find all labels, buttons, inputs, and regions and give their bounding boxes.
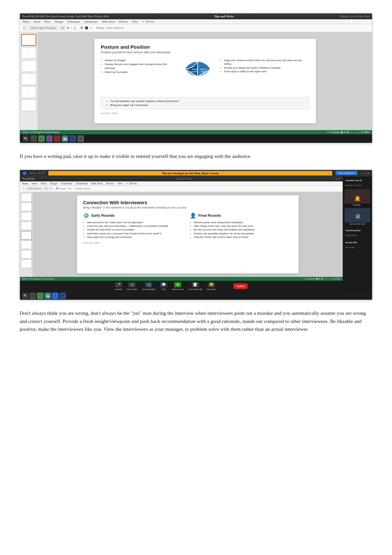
zoom-menu-design[interactable]: Design <box>50 182 57 185</box>
zoom-toolbar-font[interactable]: Calibri (Body) <box>26 187 42 190</box>
slide-thumb-1[interactable]: 1 <box>21 34 36 46</box>
zoom-taskbar-calendar[interactable]: 📅 <box>44 293 51 299</box>
taskbar-finder[interactable]: 🔍 <box>23 135 29 142</box>
zoom-app-icon: ⬤ <box>23 171 26 175</box>
zoom-toolbar-italic[interactable]: I <box>53 187 53 190</box>
zoom-toolbar-paste[interactable]: 📋 <box>22 187 25 190</box>
zoom-thumb-5[interactable]: 5 <box>21 231 32 240</box>
eye-bullet-2: Bring your paper up if necessary <box>110 103 305 107</box>
screenshot-zoom-1: ⬤ ⬅ ➡ ○ ⬛ ⬛ You are viewing Luo Jun Xian… <box>20 170 372 300</box>
svg-text:Sitting: Sitting <box>192 68 198 70</box>
zoom-taskbar-chrome[interactable]: G <box>37 293 43 299</box>
early-bullet-3: Include the interviewer as much as possi… <box>87 228 186 231</box>
zoom-toolbar-bold[interactable]: B <box>50 187 51 190</box>
toolbar-picture[interactable]: 🖼 <box>80 26 83 29</box>
zoom-toolbar-arrange[interactable]: Arrange <box>75 187 82 190</box>
menu-animations[interactable]: Animations <box>84 20 98 23</box>
slide-thumb-4[interactable]: 4 <box>21 73 36 85</box>
zoom-statusbar-controls: ≡ Comments ▦ ⊟ ⊠ ··· ——— ● 100% <box>303 278 341 280</box>
zoom-participants-sidebar: Jonathan Tan Qi Jonathan Tan Qi Yun 🙍 Ra… <box>343 177 372 292</box>
chat-button[interactable]: 💬 Chat <box>160 282 167 291</box>
zoom-taskbar-launchpad[interactable]: ⬛ <box>29 293 36 299</box>
taskbar-chrome[interactable]: G <box>38 135 45 142</box>
zoom-thumb-4[interactable]: 4 <box>21 222 32 230</box>
zoom-thumb-6[interactable]: 6 <box>21 241 32 249</box>
zoom-taskbar-zoom[interactable]: Z <box>52 293 58 299</box>
zoom-thumb-2[interactable]: 2 <box>21 203 32 211</box>
start-video-button[interactable]: 📹 Start Video <box>127 282 138 291</box>
leave-button[interactable]: Leave <box>234 283 248 289</box>
menu-tellme[interactable]: ✓ Tell me <box>142 20 154 23</box>
zoom-menu-review[interactable]: Review <box>106 182 114 185</box>
toolbar-italic[interactable]: I <box>71 26 72 29</box>
live-transcript-button[interactable]: 📝 Live Transcript <box>188 282 203 291</box>
zoom-toolbar-text[interactable]: Text <box>68 187 72 190</box>
zoom-ppt-titlebar: PowerPoint Tips and Tricks — □ × <box>20 177 343 181</box>
zoom-taskbar-finder[interactable]: 🔍 <box>22 293 28 299</box>
final-bullet-5: Treat the Partner like a friend rather t… <box>194 235 293 239</box>
toolbar-bold[interactable]: B <box>67 26 69 29</box>
taskbar-music[interactable]: ♪ <box>54 135 60 142</box>
svg-text:Angle: Angle <box>201 71 205 73</box>
svg-text:Camera: Camera <box>200 68 207 70</box>
zoom-menu-draw[interactable]: Draw <box>41 182 47 185</box>
menu-insert[interactable]: Insert <box>34 20 41 23</box>
toolbar-paste[interactable]: 📋 <box>23 26 26 30</box>
zoom-menu-view[interactable]: View <box>117 182 123 185</box>
right-bullet-3: Good range is ability to see upper torso <box>224 70 309 73</box>
taskbar-settings[interactable]: ⚙ <box>77 135 84 142</box>
zoom-ppt-slide-panel: 1 2 3 4 5 6 7 8 <box>20 192 33 277</box>
toolbar-shapes[interactable]: ⬛ <box>85 26 88 29</box>
reactions-button[interactable]: 😀 Reactions <box>207 282 216 291</box>
zoom-ppt-menubar: Home Insert Draw Design Transitions Anim… <box>20 181 343 186</box>
ppt-titlebar-right: Talking: Luo Jun Xian, Kam <box>339 15 369 18</box>
zoom-menu-transitions[interactable]: Transitions <box>60 182 72 185</box>
zoom-menu-tellme[interactable]: ✓ Tell me <box>126 182 137 185</box>
slide-thumb-3[interactable]: 3 <box>21 60 36 72</box>
zoom-bottombar: 🎤 Unmute 📹 Start Video 👥 24 Participants… <box>20 281 343 292</box>
taskbar-launchpad[interactable]: ⬛ <box>30 135 37 142</box>
unmute-button[interactable]: 🎤 Unmute <box>115 282 122 291</box>
menu-transitions[interactable]: Transitions <box>67 20 80 23</box>
menu-slideshow[interactable]: Slide Show <box>102 20 115 23</box>
slide-thumb-2[interactable]: 2 <box>21 47 36 59</box>
menu-view[interactable]: View <box>132 20 138 23</box>
menu-review[interactable]: Review <box>119 20 128 23</box>
toolbar-underline[interactable]: U <box>74 26 76 29</box>
slide-1-subtitle: Position yourself to best connect with y… <box>101 51 309 54</box>
zoom-toolbar-shapes[interactable]: Shapes <box>60 187 66 190</box>
taskbar-mail[interactable]: ✉ <box>70 135 76 142</box>
share-screen-button[interactable]: 🖥 Share Screen <box>172 282 184 291</box>
zoom-toolbar-size[interactable]: 18 <box>43 187 48 190</box>
zoom-view-options-button[interactable]: View Options ▾ <box>335 171 357 175</box>
toolbar-text[interactable]: A <box>90 26 92 29</box>
ppt-statusbar-1: Slide 1 of 8 English (United States) ≡ C… <box>20 130 372 134</box>
taskbar-calendar[interactable]: 📅 <box>62 135 68 142</box>
toolbar-font[interactable]: Calibri Light (Headings) <box>28 26 57 30</box>
menu-home[interactable]: Home <box>23 20 30 23</box>
zoom-menu-home[interactable]: Home <box>22 182 28 185</box>
taskbar-teams[interactable]: T <box>46 135 53 142</box>
zoom-thumb-8[interactable]: 8 <box>21 260 32 268</box>
menu-draw[interactable]: Draw <box>44 20 51 23</box>
zoom-taskbar-mail[interactable]: ✉ <box>59 293 66 299</box>
zoom-toolbar-design[interactable]: Design <box>84 187 90 190</box>
slide-thumb-5[interactable]: 5 <box>21 86 36 98</box>
transcript-label: Live Transcript <box>188 288 203 291</box>
zoom-thumb-7[interactable]: 7 <box>21 250 32 259</box>
slide-thumb-6[interactable]: 6 <box>21 99 36 111</box>
toolbar-size[interactable]: 18 <box>59 26 65 30</box>
toolbar-design[interactable]: Design <box>96 26 104 29</box>
zoom-thumb-1[interactable]: 1 <box>21 193 32 202</box>
toolbar-create-group[interactable]: Create Options ▾ <box>106 26 123 29</box>
zoom-toolbar-picture[interactable]: 🖼 <box>56 187 58 190</box>
zoom-statusbar-info: Slide 5 of 8 English (United States) <box>22 278 55 280</box>
zoom-menu-slideshow[interactable]: Slide Show <box>91 182 103 185</box>
final-rounds-icon: 👤 <box>190 212 196 219</box>
zoom-thumb-3[interactable]: 3 <box>21 212 32 221</box>
menu-design[interactable]: Design <box>55 20 63 23</box>
participants-button[interactable]: 👥 24 Participants <box>142 282 155 291</box>
early-rounds-header: ⚙️ Early Rounds <box>83 212 186 219</box>
zoom-menu-insert[interactable]: Insert <box>32 182 38 185</box>
zoom-menu-animations[interactable]: Animations <box>75 182 88 185</box>
